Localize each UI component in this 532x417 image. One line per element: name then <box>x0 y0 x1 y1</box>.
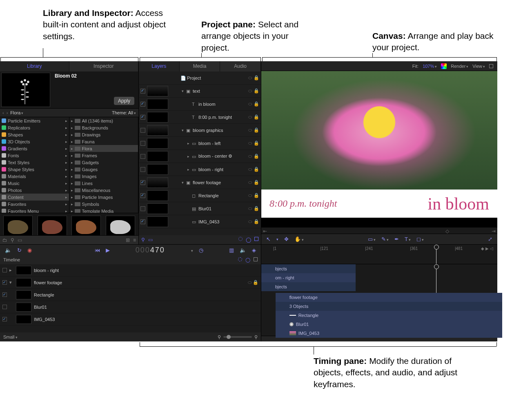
tab-audio[interactable]: Audio <box>220 61 261 71</box>
go-to-start-icon[interactable]: ⏮ <box>95 247 100 253</box>
overlay-icon[interactable] <box>489 64 493 68</box>
library-thumb[interactable]: Barley <box>105 216 136 235</box>
lock-icon[interactable]: 🔒 <box>254 219 259 224</box>
layer-visibility-checkbox[interactable] <box>140 219 145 224</box>
category-item[interactable]: Favorites▸ <box>0 201 69 207</box>
layer-row[interactable]: ▸▭bloom - center ⚙⬭🔒 <box>139 150 261 163</box>
layer-visibility-checkbox[interactable] <box>140 141 145 146</box>
link-icon[interactable]: ⬭ <box>248 140 252 146</box>
layer-visibility-checkbox[interactable] <box>140 193 145 198</box>
layer-row[interactable]: Tin bloom⬭🔒 <box>139 98 261 111</box>
nav-forward-icon[interactable]: › <box>7 110 8 115</box>
tab-library[interactable]: Library <box>0 61 69 71</box>
subcategory-item[interactable]: ▸Lines <box>69 180 138 187</box>
layer-visibility-checkbox[interactable] <box>140 206 145 211</box>
subcategory-item[interactable]: ▸Drawings <box>69 131 138 138</box>
category-item[interactable]: Content▸ <box>0 194 69 201</box>
lock-icon[interactable]: 🔒 <box>254 206 259 211</box>
grid-view-icon[interactable]: ⊞ <box>126 237 130 243</box>
link-icon[interactable]: ⬭ <box>248 75 252 80</box>
playhead[interactable] <box>436 245 436 264</box>
track-clip[interactable]: bjects <box>261 282 356 291</box>
timeline-row[interactable]: ▸ bloom - right <box>0 264 261 277</box>
kf-nav-icons[interactable]: ◆ ▶ ◁ <box>481 246 493 251</box>
category-item[interactable]: Fonts▸ <box>0 152 69 159</box>
subcategory-item[interactable]: ▸Template Media <box>69 207 138 213</box>
timeline-view-icon[interactable]: ▥ <box>229 247 234 253</box>
link-icon[interactable]: ⬭ <box>248 167 252 172</box>
link-icon[interactable]: ⬭ <box>248 101 252 107</box>
timeline-row[interactable]: Blur01 <box>0 301 261 313</box>
tl-visibility-checkbox[interactable] <box>2 292 7 297</box>
link-icon[interactable]: ⬭ <box>248 154 252 159</box>
link-icon[interactable]: ⬭ <box>248 180 252 185</box>
render-popup[interactable]: Render <box>451 64 468 69</box>
lock-icon[interactable]: 🔒 <box>254 127 259 133</box>
category-item[interactable]: Favorites Menu▸ <box>0 207 69 213</box>
layer-row[interactable]: ▤Blur01⬭🔒 <box>139 202 261 215</box>
layer-visibility-checkbox[interactable] <box>140 180 145 185</box>
mini-timeline[interactable]: ⇤ ◇ ⇥ <box>261 227 497 234</box>
lock-icon[interactable]: 🔒 <box>254 180 259 185</box>
category-item[interactable]: Music▸ <box>0 180 69 187</box>
timecode-display[interactable]: 000000470470 <box>136 245 165 254</box>
layer-visibility-checkbox[interactable] <box>140 89 145 94</box>
subcategory-item[interactable]: ▸Gauges <box>69 166 138 173</box>
track-clip[interactable]: om - right <box>261 273 356 282</box>
link-icon[interactable]: ⬭ <box>248 193 252 198</box>
layer-row[interactable]: ◻Rectangle⬭🔒 <box>139 189 261 202</box>
layer-row[interactable]: 📄Project⬭🔒 <box>139 71 261 85</box>
lock-icon[interactable]: 🔒 <box>254 140 259 146</box>
disclosure-icon[interactable]: ▸ <box>186 167 190 172</box>
timeline-row[interactable]: IMG_0453 <box>0 313 261 326</box>
search-icon[interactable]: ⚲ <box>11 237 14 243</box>
subcategory-item[interactable]: ▸Frames <box>69 152 138 159</box>
disclosure-icon[interactable]: ▾ <box>180 89 185 93</box>
subcategory-item[interactable]: ▸All (1346 items) <box>69 117 138 124</box>
mask-tool-icon[interactable]: ◻ <box>416 236 424 242</box>
link-icon[interactable]: ⬭ <box>248 88 252 94</box>
subcategory-item[interactable]: ▸Backgrounds <box>69 124 138 131</box>
layer-visibility-checkbox[interactable] <box>140 167 145 172</box>
timeline-ruler[interactable]: ◆ ▶ ◁ |1|121|241|361|481 <box>261 245 497 264</box>
paint-tool-icon[interactable]: ✎ <box>381 236 389 242</box>
category-item[interactable]: Particle Emitters▸ <box>0 117 69 124</box>
text-tool-icon[interactable]: T <box>405 236 411 242</box>
search-icon[interactable]: ⚲ <box>141 237 145 243</box>
subcategory-item[interactable]: ▸Miscellaneous <box>69 187 138 194</box>
nav-back-icon[interactable]: ‹ <box>2 110 4 115</box>
view-popup[interactable]: View <box>472 64 485 69</box>
timeline-size-popup[interactable]: Small <box>3 334 18 339</box>
tl-visibility-checkbox[interactable] <box>2 305 7 309</box>
lock-icon[interactable]: 🔒 <box>254 101 259 107</box>
mask-icon[interactable] <box>238 237 243 241</box>
track-clip[interactable]: Blur01 <box>276 320 502 329</box>
lock-icon[interactable]: 🔒 <box>254 75 259 80</box>
behavior-icon[interactable]: ◯ <box>246 237 251 243</box>
layer-visibility-checkbox[interactable] <box>140 128 145 133</box>
category-item[interactable]: Shape Styles▸ <box>0 166 69 173</box>
audio-icon[interactable]: 🔈 <box>5 247 11 253</box>
subcategory-item[interactable]: ▸Flora <box>69 145 138 152</box>
layer-row[interactable]: ▾▣text⬭🔒 <box>139 85 261 98</box>
lock-icon[interactable]: 🔒 <box>254 167 259 172</box>
track-clip[interactable]: flower footage <box>276 293 502 302</box>
timecode-menu[interactable] <box>190 247 193 253</box>
track-clip[interactable]: bjects <box>261 264 356 273</box>
bin-icon[interactable]: ▭ <box>18 237 22 243</box>
disclosure-icon[interactable]: ▸ <box>186 141 190 145</box>
rectangle-tool-icon[interactable]: ▭ <box>368 236 376 242</box>
layer-visibility-checkbox[interactable] <box>140 154 145 159</box>
tl-visibility-checkbox[interactable] <box>2 280 7 285</box>
color-channels-icon[interactable] <box>441 63 447 69</box>
lock-icon[interactable]: 🔒 <box>254 154 259 159</box>
tab-media[interactable]: Media <box>180 61 220 71</box>
tab-inspector[interactable]: Inspector <box>69 61 139 71</box>
category-item[interactable]: Text Styles▸ <box>0 159 69 166</box>
timeline-row[interactable]: Rectangle <box>0 289 261 301</box>
3d-transform-icon[interactable]: ✥ <box>284 236 289 242</box>
layer-row[interactable]: ▸▭bloom - left⬭🔒 <box>139 137 261 150</box>
lock-icon[interactable]: 🔒 <box>254 114 259 120</box>
canvas-viewport[interactable]: 8:00 p.m. tonight in bloom <box>261 71 497 227</box>
category-item[interactable]: Replicators▸ <box>0 124 69 131</box>
